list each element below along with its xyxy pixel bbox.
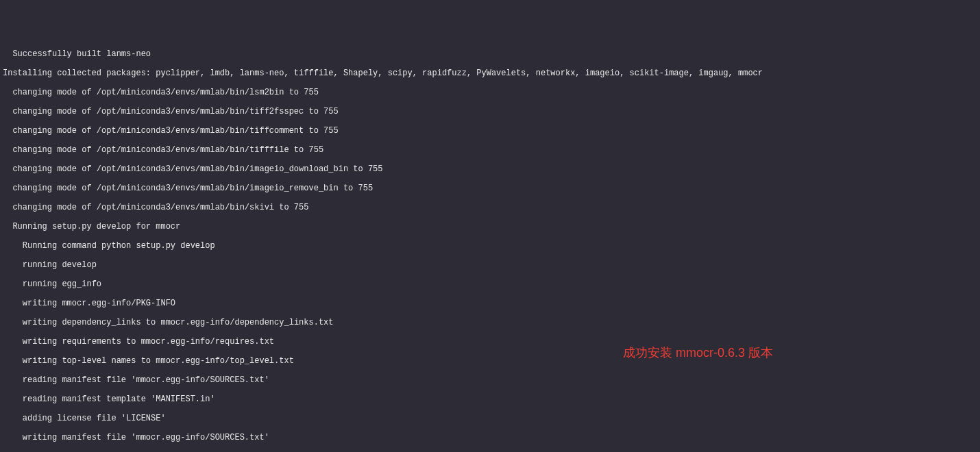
output-line: changing mode of /opt/miniconda3/envs/mm… [3, 88, 977, 97]
output-line: adding license file 'LICENSE' [3, 414, 977, 423]
output-line: changing mode of /opt/miniconda3/envs/mm… [3, 164, 977, 174]
output-line: writing top-level names to mmocr.egg-inf… [3, 356, 977, 366]
output-line: changing mode of /opt/miniconda3/envs/mm… [3, 107, 977, 116]
output-line: Successfully built lanms-neo [3, 49, 977, 59]
output-line: changing mode of /opt/miniconda3/envs/mm… [3, 203, 977, 212]
output-line: reading manifest file 'mmocr.egg-info/SO… [3, 375, 977, 385]
output-line: changing mode of /opt/miniconda3/envs/mm… [3, 184, 977, 193]
output-line: writing dependency_links to mmocr.egg-in… [3, 318, 977, 327]
annotation-success-label: 成功安装 mmocr-0.6.3 版本 [623, 348, 773, 357]
output-line: changing mode of /opt/miniconda3/envs/mm… [3, 145, 977, 155]
output-line: writing requirements to mmocr.egg-info/r… [3, 337, 977, 347]
output-line: writing manifest file 'mmocr.egg-info/SO… [3, 433, 977, 442]
output-line: writing mmocr.egg-info/PKG-INFO [3, 299, 977, 308]
output-line: Installing collected packages: pyclipper… [3, 68, 977, 78]
output-line: changing mode of /opt/miniconda3/envs/mm… [3, 126, 977, 136]
output-line: Running setup.py develop for mmocr [3, 222, 977, 231]
output-line: running develop [3, 260, 977, 270]
terminal-output[interactable]: Successfully built lanms-neo Installing … [3, 40, 977, 452]
output-line: reading manifest template 'MANIFEST.in' [3, 394, 977, 404]
output-line: Running command python setup.py develop [3, 241, 977, 251]
output-line: running egg_info [3, 279, 977, 289]
